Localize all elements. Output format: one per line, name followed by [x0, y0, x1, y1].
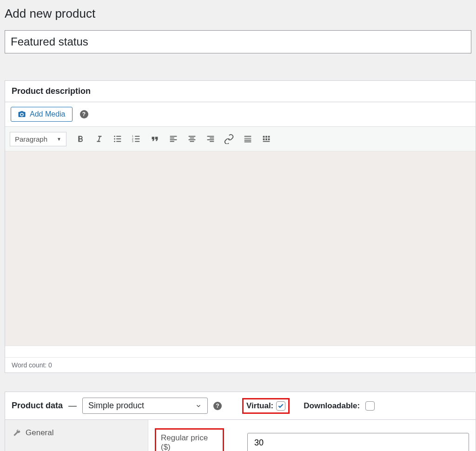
svg-rect-30	[265, 136, 267, 138]
svg-rect-4	[116, 138, 121, 139]
editor-spacer	[5, 346, 476, 357]
editor-content-area[interactable]	[5, 151, 476, 346]
svg-rect-15	[170, 141, 174, 142]
svg-rect-19	[190, 141, 194, 142]
help-icon[interactable]: ?	[213, 402, 222, 410]
svg-rect-5	[116, 141, 121, 142]
svg-rect-3	[116, 136, 121, 137]
svg-rect-17	[190, 137, 194, 138]
media-row: Add Media ?	[5, 102, 476, 126]
editor-footer: Word count: 0	[5, 357, 476, 373]
product-data-body: General Regular price ($)	[5, 420, 476, 451]
svg-rect-24	[245, 136, 251, 137]
svg-rect-28	[245, 142, 251, 143]
page-title: Add new product	[0, 0, 476, 21]
tab-general[interactable]: General	[5, 420, 148, 446]
regular-price-label: Regular price ($)	[161, 433, 208, 451]
bullet-list-button[interactable]	[109, 131, 126, 147]
svg-rect-9	[135, 136, 139, 137]
svg-rect-27	[245, 140, 251, 141]
bold-button[interactable]	[72, 131, 89, 147]
chevron-down-icon	[195, 403, 202, 409]
product-data-panel: Product data — Simple product ? Virtual:…	[5, 392, 476, 451]
virtual-checkbox[interactable]	[276, 401, 285, 411]
svg-rect-11	[135, 141, 139, 142]
toolbar-toggle-button[interactable]	[258, 131, 275, 147]
svg-rect-20	[207, 136, 214, 137]
svg-rect-25	[245, 137, 251, 138]
svg-rect-22	[207, 139, 214, 140]
svg-rect-23	[210, 141, 214, 142]
virtual-highlight: Virtual:	[242, 398, 290, 414]
svg-rect-35	[263, 141, 270, 142]
product-title-input[interactable]	[5, 30, 471, 53]
editor-toolbar: Paragraph ▼ 123	[5, 126, 476, 151]
downloadable-label: Downloadable:	[304, 401, 360, 411]
virtual-label: Virtual:	[246, 401, 273, 411]
svg-rect-31	[268, 136, 270, 138]
svg-text:3: 3	[132, 140, 133, 143]
svg-rect-16	[189, 136, 196, 137]
numbered-list-button[interactable]: 123	[128, 131, 145, 147]
panel-header-description: Product description	[5, 81, 476, 102]
product-data-dash: —	[68, 401, 77, 411]
svg-rect-29	[263, 136, 265, 138]
align-right-button[interactable]	[202, 131, 219, 147]
camera-icon	[18, 110, 26, 118]
insert-link-button[interactable]	[221, 131, 238, 147]
product-data-tabs: General	[5, 420, 148, 451]
tab-general-label: General	[26, 428, 53, 438]
svg-rect-34	[268, 138, 270, 140]
svg-rect-13	[170, 137, 174, 138]
downloadable-checkbox[interactable]	[365, 401, 375, 411]
svg-rect-12	[170, 136, 177, 137]
regular-price-label-highlight: Regular price ($)	[155, 428, 224, 451]
blockquote-button[interactable]	[146, 131, 163, 147]
align-center-button[interactable]	[184, 131, 200, 147]
svg-rect-18	[189, 139, 196, 140]
product-description-panel: Product description Add Media ? Paragrap…	[5, 80, 476, 373]
format-select-label: Paragraph	[15, 135, 47, 143]
svg-rect-26	[245, 138, 251, 139]
add-media-button[interactable]: Add Media	[11, 107, 73, 122]
align-left-button[interactable]	[165, 131, 182, 147]
svg-rect-21	[210, 137, 214, 138]
product-data-header: Product data — Simple product ? Virtual:…	[5, 392, 476, 420]
product-data-content: Regular price ($)	[148, 420, 476, 451]
product-type-selected: Simple product	[88, 401, 144, 411]
help-icon[interactable]: ?	[80, 110, 88, 118]
add-media-label: Add Media	[30, 110, 66, 118]
product-data-title: Product data	[12, 401, 63, 411]
svg-point-1	[114, 138, 115, 140]
svg-point-2	[114, 141, 115, 142]
format-select[interactable]: Paragraph ▼	[10, 132, 66, 146]
regular-price-input[interactable]	[247, 433, 469, 451]
svg-rect-14	[170, 139, 177, 140]
italic-button[interactable]	[91, 131, 107, 147]
svg-rect-32	[263, 138, 265, 140]
svg-rect-10	[135, 138, 139, 139]
product-type-select[interactable]: Simple product	[82, 398, 208, 414]
svg-rect-33	[265, 138, 267, 140]
caret-down-icon: ▼	[57, 137, 61, 142]
word-count-label: Word count: 0	[12, 361, 52, 369]
product-title-wrap	[5, 30, 471, 53]
svg-point-0	[114, 136, 115, 137]
wrench-icon	[13, 429, 21, 437]
insert-more-button[interactable]	[239, 131, 256, 147]
